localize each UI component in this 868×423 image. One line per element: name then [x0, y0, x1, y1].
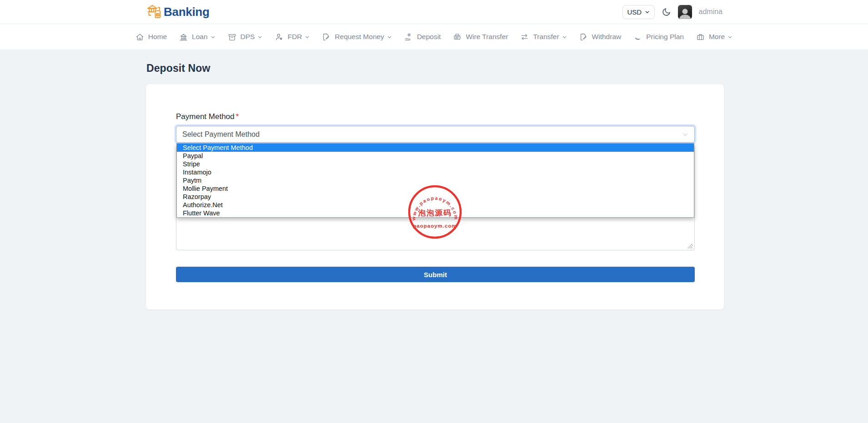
currency-value: USD — [627, 8, 642, 16]
app-header: $ Banking USD — [0, 0, 868, 24]
swap-arrows-icon — [520, 33, 529, 41]
document-edit-icon — [322, 33, 331, 41]
banking-logo-icon: $ — [146, 3, 163, 20]
deposit-form-card: Payment Method* Select Payment Method Se… — [146, 84, 724, 310]
home-icon — [135, 33, 144, 41]
nav-item-withdraw[interactable]: Withdraw — [577, 30, 623, 44]
required-asterisk: * — [236, 112, 239, 121]
user-avatar[interactable] — [678, 5, 692, 19]
bank-icon — [179, 33, 188, 41]
nav-item-wire-transfer[interactable]: Wire Transfer — [451, 30, 510, 44]
chevron-down-icon — [645, 10, 650, 15]
chevron-down-icon — [682, 131, 688, 138]
nav-item-deposit[interactable]: Deposit — [402, 30, 443, 44]
svg-text:$: $ — [157, 13, 159, 17]
dropdown-option[interactable]: Authorize.Net — [177, 201, 694, 209]
user-shield-icon — [275, 33, 283, 41]
main-navbar: HomeLoanDPSFDRRequest MoneyDepositWire T… — [0, 24, 868, 50]
nav-item-label: Loan — [192, 33, 207, 41]
dropdown-option[interactable]: Select Payment Method — [177, 144, 694, 152]
dropdown-option[interactable]: Paytm — [177, 176, 694, 184]
nav-item-more[interactable]: More — [694, 30, 734, 44]
nav-item-label: Home — [148, 33, 167, 41]
person-silhouette-icon — [678, 7, 692, 19]
brand-logo[interactable]: $ Banking — [146, 3, 209, 20]
chevron-down-icon — [211, 35, 216, 40]
dark-mode-moon-icon[interactable] — [662, 7, 671, 17]
dropdown-option[interactable]: Razorpay — [177, 193, 694, 201]
chevron-down-icon — [257, 35, 262, 40]
nav-item-loan[interactable]: Loan — [177, 30, 217, 44]
chevron-down-icon — [728, 35, 733, 40]
nav-item-fdr[interactable]: FDR — [273, 30, 311, 44]
currency-select[interactable]: USD — [622, 5, 655, 19]
fax-machine-icon — [453, 33, 462, 41]
nav-item-label: DPS — [241, 33, 255, 41]
document-edit-icon — [579, 33, 588, 41]
payment-method-dropdown: Select Payment MethodPaypalStripeInstamo… — [176, 143, 694, 218]
payment-method-label-text: Payment Method — [176, 112, 235, 121]
nav-item-label: Wire Transfer — [466, 33, 508, 41]
dropdown-option[interactable]: Flutter Wave — [177, 209, 694, 217]
dropdown-option[interactable]: Paypal — [177, 152, 694, 160]
submit-button[interactable]: Submit — [176, 267, 695, 282]
dropdown-option[interactable]: Stripe — [177, 160, 694, 168]
brand-name: Banking — [164, 5, 209, 19]
nav-item-dps[interactable]: DPS — [226, 30, 265, 44]
page-title: Deposit Now — [146, 62, 210, 75]
dropdown-option[interactable]: Mollie Payment — [177, 184, 694, 193]
nav-item-home[interactable]: Home — [134, 30, 169, 44]
username-label[interactable]: admina — [699, 8, 722, 16]
nav-item-label: Pricing Plan — [646, 33, 684, 41]
nav-item-label: Transfer — [533, 33, 559, 41]
nav-item-pricing-plan[interactable]: Pricing Plan — [632, 30, 686, 44]
resize-handle-icon[interactable] — [687, 243, 693, 249]
payment-method-label: Payment Method* — [176, 112, 239, 121]
swoosh-icon — [633, 33, 642, 41]
nav-item-request-money[interactable]: Request Money — [320, 30, 394, 44]
archive-icon — [228, 33, 236, 41]
hand-coin-icon — [404, 33, 413, 41]
nav-item-label: Request Money — [335, 33, 384, 41]
nav-item-label: FDR — [287, 33, 302, 41]
dropdown-option[interactable]: Instamojo — [177, 168, 694, 176]
briefcase-icon — [696, 33, 705, 41]
nav-item-transfer[interactable]: Transfer — [518, 30, 568, 44]
chevron-down-icon — [562, 35, 567, 40]
payment-method-select-value: Select Payment Method — [182, 130, 260, 139]
nav-item-label: Withdraw — [592, 33, 622, 41]
payment-method-select[interactable]: Select Payment Method — [176, 126, 695, 143]
nav-item-label: Deposit — [417, 33, 441, 41]
nav-item-label: More — [709, 33, 725, 41]
chevron-down-icon — [387, 35, 392, 40]
chevron-down-icon — [305, 35, 310, 40]
